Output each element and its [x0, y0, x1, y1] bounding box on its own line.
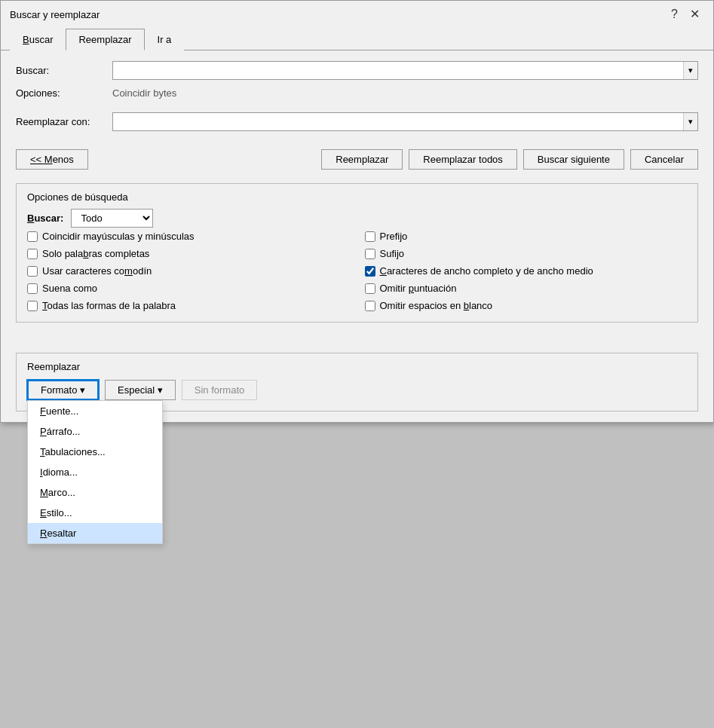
- suena-como-label: Suena como: [42, 283, 97, 294]
- buscar-direction-select-wrap: Todo Hacia arriba Hacia abajo: [71, 209, 153, 228]
- checkboxes-grid: Coincidir mayúsculas y minúsculas Solo p…: [27, 231, 687, 311]
- reemplazar-section-title: Reemplazar: [27, 361, 687, 372]
- checkbox-sufijo: Sufijo: [365, 248, 688, 259]
- especial-button[interactable]: Especial ▾: [105, 380, 176, 400]
- reemplazar-con-input[interactable]: [113, 113, 683, 130]
- checkbox-comodin: Usar caracteres comodín: [27, 265, 350, 277]
- tab-reemplazar[interactable]: Reemplazar: [66, 29, 144, 50]
- help-button[interactable]: ?: [667, 7, 682, 22]
- todas-formas-checkbox[interactable]: [27, 301, 38, 311]
- checkbox-palabras-completas: Solo palabras completas: [27, 248, 350, 259]
- dropdown-marco[interactable]: Marco...: [28, 482, 162, 503]
- tab-buscar[interactable]: Buscar: [10, 29, 66, 50]
- todas-formas-label: Todas las formas de la palabra: [42, 300, 176, 311]
- buscar-input-wrap: ▾: [112, 61, 698, 80]
- reemplazar-con-row: Reemplazar con: ▾: [16, 112, 698, 131]
- prefijo-label: Prefijo: [380, 231, 408, 242]
- checkbox-prefijo: Prefijo: [365, 231, 688, 242]
- dropdown-tabulaciones[interactable]: Tabulaciones...: [28, 442, 162, 462]
- buscar-direction-label: Buscar:: [27, 213, 63, 224]
- coincidir-mayus-label: Coincidir mayúsculas y minúsculas: [42, 231, 195, 242]
- palabras-completas-label: Solo palabras completas: [42, 248, 149, 259]
- opciones-busqueda-section: Opciones de búsqueda Buscar: Todo Hacia …: [16, 183, 698, 323]
- formato-wrap: Formato ▾ Fuente... Párrafo... Tabulacio…: [27, 380, 99, 400]
- omitir-espacios-label: Omitir espacios en blanco: [380, 300, 493, 311]
- dialog: Buscar y reemplazar ? ✕ Buscar Reemplaza…: [0, 0, 714, 423]
- reemplazar-todos-button[interactable]: Reemplazar todos: [409, 149, 517, 170]
- checkbox-todas-formas: Todas las formas de la palabra: [27, 300, 350, 311]
- sufijo-label: Sufijo: [380, 248, 405, 259]
- checkbox-suena-como: Suena como: [27, 283, 350, 294]
- opciones-busqueda-title: Opciones de búsqueda: [27, 191, 687, 203]
- coincidir-mayus-checkbox[interactable]: [27, 231, 38, 242]
- suena-como-checkbox[interactable]: [27, 283, 38, 294]
- dropdown-resaltar[interactable]: Resaltar: [28, 523, 162, 543]
- dropdown-parrafo[interactable]: Párrafo...: [28, 421, 162, 442]
- comodin-checkbox[interactable]: [27, 266, 38, 277]
- ancho-completo-checkbox[interactable]: [365, 266, 375, 277]
- omitir-espacios-checkbox[interactable]: [365, 301, 375, 311]
- omitir-puntuacion-checkbox[interactable]: [365, 283, 375, 294]
- opciones-value: Coincidir bytes: [112, 87, 176, 99]
- buscar-input[interactable]: [113, 62, 683, 79]
- buscar-field-row: Buscar: ▾: [16, 61, 698, 80]
- omitir-puntuacion-label: Omitir puntuación: [380, 283, 457, 294]
- palabras-completas-checkbox[interactable]: [27, 249, 38, 259]
- dropdown-idioma[interactable]: Idioma...: [28, 462, 162, 482]
- dropdown-estilo[interactable]: Estilo...: [28, 503, 162, 523]
- buscar-siguiente-button[interactable]: Buscar siguiente: [523, 149, 624, 170]
- dropdown-fuente[interactable]: Fuente...: [28, 401, 162, 421]
- buscar-dropdown-button[interactable]: ▾: [683, 62, 697, 79]
- reemplazar-section: Reemplazar Formato ▾ Fuente... Párrafo..…: [16, 353, 698, 411]
- title-bar: Buscar y reemplazar ? ✕: [1, 1, 713, 26]
- buscar-direction-select[interactable]: Todo Hacia arriba Hacia abajo: [72, 210, 152, 227]
- sin-formato-button[interactable]: Sin formato: [182, 380, 257, 400]
- menos-button[interactable]: << Menos: [16, 149, 88, 170]
- buscar-direction-row: Buscar: Todo Hacia arriba Hacia abajo: [27, 209, 687, 228]
- dialog-title: Buscar y reemplazar: [10, 9, 100, 20]
- reemplazar-con-label: Reemplazar con:: [16, 116, 106, 127]
- content-area: Buscar: ▾ Opciones: Coincidir bytes Reem…: [1, 50, 713, 422]
- checkbox-ancho-completo: Caracteres de ancho completo y de ancho …: [365, 265, 688, 277]
- checkbox-omitir-puntuacion: Omitir puntuación: [365, 283, 688, 294]
- tab-ir-a[interactable]: Ir a: [145, 29, 185, 50]
- comodin-label: Usar caracteres comodín: [42, 265, 152, 277]
- title-controls: ? ✕: [667, 7, 704, 22]
- formato-button[interactable]: Formato ▾: [27, 380, 99, 400]
- main-buttons-row: << Menos Reemplazar Reemplazar todos Bus…: [16, 149, 698, 170]
- reemplazar-format-buttons: Formato ▾ Fuente... Párrafo... Tabulacio…: [27, 380, 687, 400]
- buscar-label: Buscar:: [16, 65, 106, 76]
- close-button[interactable]: ✕: [685, 7, 704, 22]
- tab-bar: Buscar Reemplazar Ir a: [1, 28, 713, 50]
- opciones-label: Opciones:: [16, 87, 106, 99]
- checkboxes-col-right: Prefijo Sufijo Caracteres de ancho compl…: [365, 231, 688, 311]
- opciones-row: Opciones: Coincidir bytes: [16, 87, 698, 99]
- ancho-completo-label: Caracteres de ancho completo y de ancho …: [380, 265, 593, 277]
- spacer: [16, 330, 698, 338]
- reemplazar-con-input-wrap: ▾: [112, 112, 698, 131]
- reemplazar-con-dropdown-button[interactable]: ▾: [683, 113, 697, 130]
- sufijo-checkbox[interactable]: [365, 249, 375, 259]
- checkbox-coincidir-mayus: Coincidir mayúsculas y minúsculas: [27, 231, 350, 242]
- checkbox-omitir-espacios: Omitir espacios en blanco: [365, 300, 688, 311]
- checkboxes-col-left: Coincidir mayúsculas y minúsculas Solo p…: [27, 231, 350, 311]
- formato-dropdown-menu: Fuente... Párrafo... Tabulaciones... Idi…: [27, 400, 163, 544]
- cancelar-button[interactable]: Cancelar: [630, 149, 698, 170]
- prefijo-checkbox[interactable]: [365, 231, 375, 242]
- reemplazar-button[interactable]: Reemplazar: [321, 149, 403, 170]
